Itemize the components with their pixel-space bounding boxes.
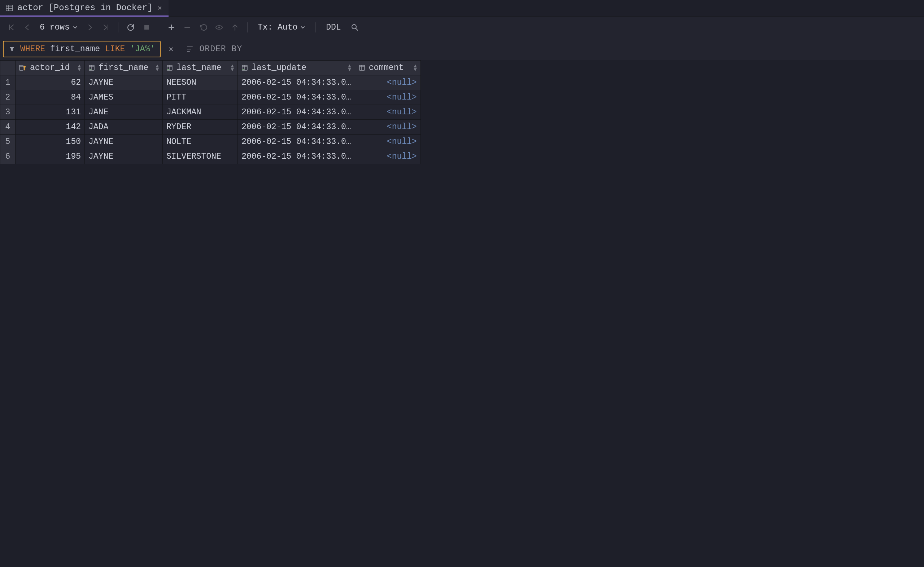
column-header-last-name[interactable]: last_name ▲▼ — [163, 61, 238, 75]
cell-actor-id[interactable]: 131 — [15, 105, 85, 120]
filter-value: 'JA%' — [130, 44, 155, 54]
sort-indicator: ▲▼ — [78, 64, 81, 71]
cell-first-name[interactable]: JADA — [85, 120, 163, 135]
cell-last-name[interactable]: NOLTE — [163, 135, 238, 149]
column-label: last_name — [176, 63, 227, 72]
cell-last-name[interactable]: JACKMAN — [163, 105, 238, 120]
cell-first-name[interactable]: JAMES — [85, 90, 163, 105]
cell-first-name[interactable]: JANE — [85, 105, 163, 120]
revert-button[interactable] — [196, 21, 210, 34]
first-page-button[interactable] — [5, 21, 19, 34]
next-page-button[interactable] — [83, 21, 97, 34]
table-row[interactable]: 162JAYNENEESON2006-02-15 04:34:33.0…<nul… — [0, 75, 421, 90]
column-label: first_name — [99, 63, 152, 72]
cell-first-name[interactable]: JAYNE — [85, 135, 163, 149]
column-header-actor-id[interactable]: actor_id ▲▼ — [15, 61, 85, 75]
cell-actor-id[interactable]: 142 — [15, 120, 85, 135]
where-keyword: WHERE — [20, 44, 45, 54]
cell-comment[interactable]: <null> — [355, 90, 421, 105]
chevron-down-icon — [300, 25, 305, 30]
delete-row-button[interactable] — [180, 21, 195, 34]
separator — [247, 22, 248, 33]
cell-actor-id[interactable]: 195 — [15, 149, 85, 164]
row-number-cell[interactable]: 2 — [0, 90, 15, 105]
stop-button[interactable] — [139, 21, 154, 34]
svg-rect-8 — [20, 65, 23, 70]
table-row[interactable]: 3131JANEJACKMAN2006-02-15 04:34:33.0…<nu… — [0, 105, 421, 120]
column-icon — [89, 64, 95, 71]
tab-title: actor [Postgres in Docker] — [17, 3, 152, 13]
row-count-dropdown[interactable]: 6 rows — [36, 23, 81, 32]
clear-filter-button[interactable]: ✕ — [165, 44, 177, 54]
cell-last-name[interactable]: SILVERSTONE — [163, 149, 238, 164]
filter-identifier: first_name — [50, 44, 100, 54]
column-label: comment — [369, 63, 410, 72]
table-icon — [6, 4, 13, 12]
table-row[interactable]: 5150JAYNENOLTE2006-02-15 04:34:33.0…<nul… — [0, 135, 421, 149]
row-number-cell[interactable]: 5 — [0, 135, 15, 149]
cell-comment[interactable]: <null> — [355, 149, 421, 164]
table-row[interactable]: 284JAMESPITT2006-02-15 04:34:33.0…<null> — [0, 90, 421, 105]
toolbar: 6 rows — [0, 17, 924, 38]
cell-actor-id[interactable]: 150 — [15, 135, 85, 149]
separator — [118, 22, 119, 33]
column-header-comment[interactable]: comment ▲▼ — [355, 61, 421, 75]
sort-indicator: ▲▼ — [156, 64, 159, 71]
row-number-header[interactable] — [0, 61, 15, 75]
prev-page-button[interactable] — [20, 21, 35, 34]
separator — [159, 22, 159, 33]
cell-last-update[interactable]: 2006-02-15 04:34:33.0… — [238, 120, 355, 135]
cell-last-update[interactable]: 2006-02-15 04:34:33.0… — [238, 105, 355, 120]
svg-rect-23 — [359, 65, 365, 70]
cell-last-update[interactable]: 2006-02-15 04:34:33.0… — [238, 75, 355, 90]
cell-first-name[interactable]: JAYNE — [85, 149, 163, 164]
row-number-cell[interactable]: 6 — [0, 149, 15, 164]
tab-bar: actor [Postgres in Docker] ✕ — [0, 0, 924, 17]
cell-actor-id[interactable]: 84 — [15, 90, 85, 105]
column-header-last-update[interactable]: last_update ▲▼ — [238, 61, 355, 75]
row-number-cell[interactable]: 3 — [0, 105, 15, 120]
refresh-button[interactable] — [123, 21, 138, 34]
ddl-button[interactable]: DDL — [321, 23, 346, 32]
cell-comment[interactable]: <null> — [355, 120, 421, 135]
column-label: last_update — [252, 63, 344, 72]
cell-comment[interactable]: <null> — [355, 105, 421, 120]
svg-rect-0 — [6, 5, 13, 11]
svg-point-14 — [90, 69, 91, 70]
column-icon — [242, 64, 248, 71]
svg-point-18 — [167, 69, 169, 70]
cell-last-name[interactable]: PITT — [163, 90, 238, 105]
cell-comment[interactable]: <null> — [355, 135, 421, 149]
close-icon[interactable]: ✕ — [157, 3, 162, 12]
row-count-label: 6 rows — [40, 23, 70, 32]
submit-button[interactable] — [228, 21, 242, 34]
cell-last-name[interactable]: NEESON — [163, 75, 238, 90]
table-row[interactable]: 6195JAYNESILVERSTONE2006-02-15 04:34:33.… — [0, 149, 421, 164]
transaction-mode-dropdown[interactable]: Tx: Auto — [252, 23, 310, 32]
last-page-button[interactable] — [99, 21, 113, 34]
filter-bar: WHERE first_name LIKE 'JA%' ✕ ORDER BY — [0, 38, 924, 60]
svg-point-22 — [243, 69, 244, 70]
order-by-input[interactable]: ORDER BY — [182, 42, 247, 57]
tab-actor[interactable]: actor [Postgres in Docker] ✕ — [0, 0, 168, 16]
cell-comment[interactable]: <null> — [355, 75, 421, 90]
cell-last-update[interactable]: 2006-02-15 04:34:33.0… — [238, 90, 355, 105]
search-button[interactable] — [348, 21, 362, 34]
cell-last-update[interactable]: 2006-02-15 04:34:33.0… — [238, 135, 355, 149]
order-by-label: ORDER BY — [200, 44, 242, 54]
cell-first-name[interactable]: JAYNE — [85, 75, 163, 90]
cell-last-name[interactable]: RYDER — [163, 120, 238, 135]
like-keyword: LIKE — [105, 44, 125, 54]
svg-point-6 — [218, 27, 220, 28]
row-number-cell[interactable]: 1 — [0, 75, 15, 90]
column-label: actor_id — [30, 63, 74, 72]
where-filter-input[interactable]: WHERE first_name LIKE 'JA%' — [3, 41, 161, 57]
preview-changes-button[interactable] — [212, 21, 226, 34]
cell-last-update[interactable]: 2006-02-15 04:34:33.0… — [238, 149, 355, 164]
add-row-button[interactable] — [164, 21, 179, 34]
row-number-cell[interactable]: 4 — [0, 120, 15, 135]
table-row[interactable]: 4142JADARYDER2006-02-15 04:34:33.0…<null… — [0, 120, 421, 135]
column-header-first-name[interactable]: first_name ▲▼ — [85, 61, 163, 75]
svg-point-10 — [24, 66, 26, 68]
cell-actor-id[interactable]: 62 — [15, 75, 85, 90]
